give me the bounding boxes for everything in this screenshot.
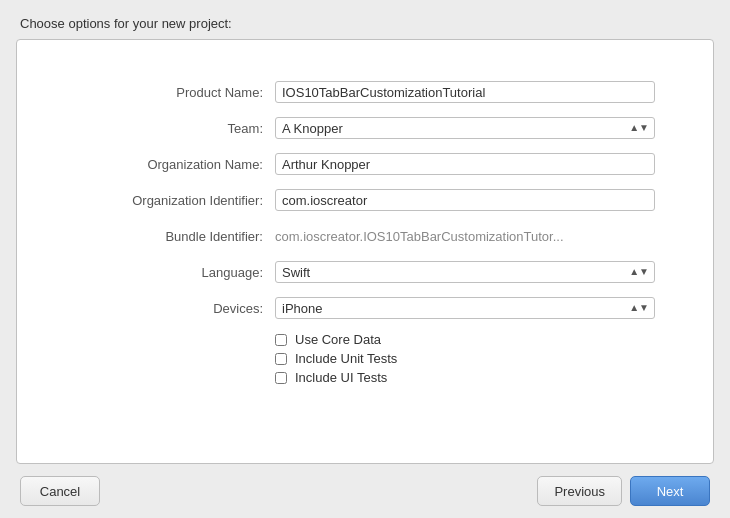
checkboxes-container: Use Core Data Include Unit Tests Include… — [275, 332, 655, 385]
team-select-wrapper: A Knopper None Add Account... ▲▼ — [275, 117, 655, 139]
language-label: Language: — [75, 265, 275, 280]
team-control: A Knopper None Add Account... ▲▼ — [275, 117, 655, 139]
team-label: Team: — [75, 121, 275, 136]
org-id-row: Organization Identifier: — [75, 188, 655, 212]
bundle-id-value: com.ioscreator.IOS10TabBarCustomizationT… — [275, 227, 655, 246]
org-id-control — [275, 189, 655, 211]
include-unit-tests-row: Include Unit Tests — [275, 351, 655, 366]
devices-row: Devices: iPhone iPad Universal ▲▼ — [75, 296, 655, 320]
use-core-data-checkbox[interactable] — [275, 334, 287, 346]
include-unit-tests-label: Include Unit Tests — [295, 351, 397, 366]
org-id-label: Organization Identifier: — [75, 193, 275, 208]
include-ui-tests-row: Include UI Tests — [275, 370, 655, 385]
cancel-button[interactable]: Cancel — [20, 476, 100, 506]
org-name-row: Organization Name: — [75, 152, 655, 176]
devices-label: Devices: — [75, 301, 275, 316]
devices-select[interactable]: iPhone iPad Universal — [275, 297, 655, 319]
include-ui-tests-checkbox[interactable] — [275, 372, 287, 384]
dialog-footer: Cancel Previous Next — [0, 464, 730, 518]
language-row: Language: Swift Objective-C ▲▼ — [75, 260, 655, 284]
product-name-input[interactable] — [275, 81, 655, 103]
org-name-input[interactable] — [275, 153, 655, 175]
include-unit-tests-checkbox[interactable] — [275, 353, 287, 365]
product-name-control — [275, 81, 655, 103]
org-name-label: Organization Name: — [75, 157, 275, 172]
product-name-row: Product Name: — [75, 80, 655, 104]
language-control: Swift Objective-C ▲▼ — [275, 261, 655, 283]
next-button[interactable]: Next — [630, 476, 710, 506]
dialog-header: Choose options for your new project: — [0, 0, 730, 39]
use-core-data-row: Use Core Data — [275, 332, 655, 347]
bundle-id-label: Bundle Identifier: — [75, 229, 275, 244]
bundle-id-row: Bundle Identifier: com.ioscreator.IOS10T… — [75, 224, 655, 248]
header-title: Choose options for your new project: — [20, 16, 232, 31]
team-row: Team: A Knopper None Add Account... ▲▼ — [75, 116, 655, 140]
form-table: Product Name: Team: A Knopper None Add A… — [75, 80, 655, 389]
team-select[interactable]: A Knopper None Add Account... — [275, 117, 655, 139]
org-name-control — [275, 153, 655, 175]
product-name-label: Product Name: — [75, 85, 275, 100]
org-id-input[interactable] — [275, 189, 655, 211]
include-ui-tests-label: Include UI Tests — [295, 370, 387, 385]
dialog-content: Product Name: Team: A Knopper None Add A… — [16, 39, 714, 464]
language-select-wrapper: Swift Objective-C ▲▼ — [275, 261, 655, 283]
footer-right: Previous Next — [537, 476, 710, 506]
devices-control: iPhone iPad Universal ▲▼ — [275, 297, 655, 319]
devices-select-wrapper: iPhone iPad Universal ▲▼ — [275, 297, 655, 319]
bundle-id-control: com.ioscreator.IOS10TabBarCustomizationT… — [275, 227, 655, 246]
previous-button[interactable]: Previous — [537, 476, 622, 506]
use-core-data-label: Use Core Data — [295, 332, 381, 347]
language-select[interactable]: Swift Objective-C — [275, 261, 655, 283]
